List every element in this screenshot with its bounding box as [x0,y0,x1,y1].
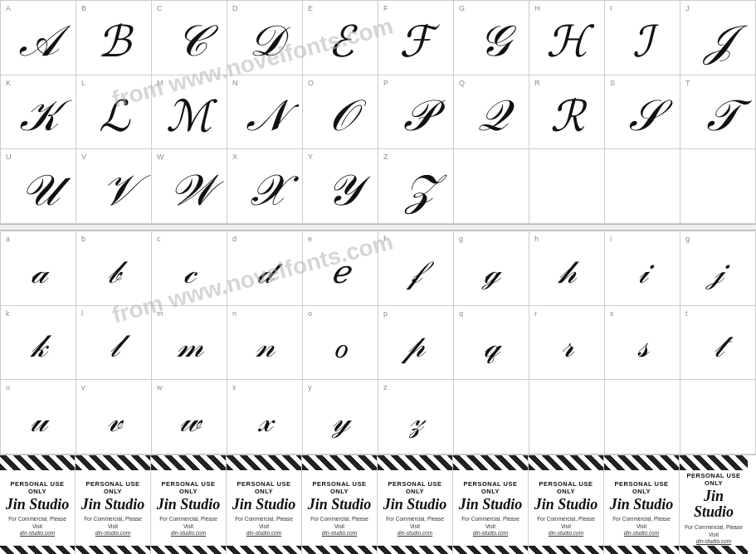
cell-f: f 𝒻 [378,231,454,306]
cell-F: F ℱ [378,1,454,75]
cell-I: I ℐ [605,1,680,75]
cell-v: v 𝓋 [76,380,152,454]
footer-cell-1: PERSONAL USE ONLY Jin Studio For Commerc… [0,455,76,554]
cell-H: H ℋ [529,1,605,75]
cell-t: t 𝓉 [680,306,756,381]
cell-L: L ℒ [76,75,152,150]
cell-P: P 𝒫 [378,75,454,150]
cell-empty7 [605,380,680,454]
personal-use-label-1: PERSONAL USE ONLY [3,480,71,495]
cell-A: A 𝒜 [1,1,76,75]
cell-g: g ℊ [454,231,529,306]
footer-sub-1: For Commercial, Please Visit [3,515,71,530]
cell-K: K 𝒦 [1,75,76,150]
cell-p: p 𝓅 [378,306,454,381]
cell-W: W 𝒲 [152,149,227,224]
cell-N: N 𝒩 [227,75,303,150]
footer-cell-8: PERSONAL USE ONLY Jin Studio For Commerc… [529,455,604,554]
cell-U: U 𝒰 [1,149,76,224]
cell-J: J 𝒥 [680,1,756,75]
footer-content-2: PERSONAL USE ONLY Jin Studio For Commerc… [76,464,150,553]
cell-z: z 𝓏 [378,380,454,454]
cell-w: w 𝓌 [152,380,227,454]
footer-cell-5: PERSONAL USE ONLY Jin Studio For Commerc… [302,455,378,554]
cell-Z: Z 𝒵 [378,149,454,224]
separator [0,224,756,231]
cell-n: n 𝓃 [227,306,303,381]
footer-cell-4: PERSONAL USE ONLY Jin Studio For Commerc… [227,455,302,554]
cell-G: G 𝒢 [454,1,529,75]
cell-q: q 𝓆 [454,306,529,381]
cell-h: h 𝒽 [529,231,605,306]
cell-empty6 [529,380,605,454]
uppercase-grid: A 𝒜 B ℬ C 𝒞 D 𝒟 E ℰ F ℱ G 𝒢 H ℋ [0,0,756,224]
cell-O: O 𝒪 [303,75,378,150]
cell-empty4 [680,149,756,224]
cell-Y: Y 𝒴 [303,149,378,224]
cell-k: k 𝓀 [1,306,76,381]
cell-o: o ℴ [303,306,378,381]
cell-r: r 𝓇 [529,306,605,381]
cell-m: m 𝓂 [152,306,227,381]
cell-a: a 𝒶 [1,231,76,306]
cell-R: R ℛ [529,75,605,150]
cell-empty1 [454,149,529,224]
cell-V: V 𝒱 [76,149,152,224]
cell-C: C 𝒞 [152,1,227,75]
font-name-1: Jin Studio [6,497,70,513]
cell-empty2 [529,149,605,224]
cell-empty5 [454,380,529,454]
lowercase-grid: a 𝒶 b 𝒷 c 𝒸 d 𝒹 e ℯ f 𝒻 g ℊ h 𝒽 [0,231,756,454]
footer-strip: PERSONAL USE ONLY Jin Studio For Commerc… [0,454,756,554]
cell-E: E ℰ [303,1,378,75]
cell-X: X 𝒳 [227,149,303,224]
footer-cell-7: PERSONAL USE ONLY Jin Studio For Commerc… [453,455,529,554]
footer-cell-2: PERSONAL USE ONLY Jin Studio For Commerc… [76,455,151,554]
cell-B: B ℬ [76,1,152,75]
cell-l: l 𝓁 [76,306,152,381]
cell-y: y 𝓎 [303,380,378,454]
cell-x: x 𝓍 [227,380,303,454]
cell-empty8 [680,380,756,454]
footer-cell-6: PERSONAL USE ONLY Jin Studio For Commerc… [378,455,453,554]
cell-T: T 𝒯 [680,75,756,150]
cell-D: D 𝒟 [227,1,303,75]
cell-Q: Q 𝒬 [454,75,529,150]
cell-u: u 𝓊 [1,380,76,454]
footer-content-1: PERSONAL USE ONLY Jin Studio For Commerc… [0,464,75,553]
cell-b: b 𝒷 [76,231,152,306]
cell-g2: g 𝒿 [680,231,756,306]
cell-M: M ℳ [152,75,227,150]
cell-c: c 𝒸 [152,231,227,306]
cell-e: e ℯ [303,231,378,306]
cell-i: i 𝒾 [605,231,680,306]
footer-cell-9: PERSONAL USE ONLY Jin Studio For Commerc… [604,455,680,554]
cell-empty3 [605,149,680,224]
footer-url-1: din-studio.com [20,530,55,536]
cell-S: S 𝒮 [605,75,680,150]
footer-cell-10: PERSONAL USE ONLY Jin Studio For Commerc… [680,455,748,554]
footer-cell-3: PERSONAL USE ONLY Jin Studio For Commerc… [151,455,227,554]
cell-s: s 𝓈 [605,306,680,381]
cell-d: d 𝒹 [227,231,303,306]
